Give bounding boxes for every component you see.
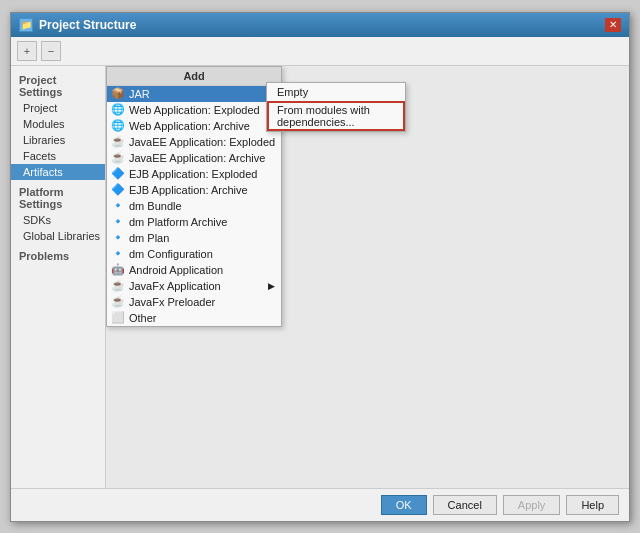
menu-item-dm-bundle[interactable]: 🔹 dm Bundle	[107, 198, 281, 214]
sidebar-item-sdks[interactable]: SDKs	[11, 212, 105, 228]
problems-title: Problems	[11, 244, 105, 264]
dm-bundle-icon: 🔹	[111, 199, 125, 213]
menu-item-web-archive-label: Web Application: Archive	[129, 120, 250, 132]
project-settings-title: Project Settings	[11, 70, 105, 100]
apply-button[interactable]: Apply	[503, 495, 561, 515]
web-archive-icon: 🌐	[111, 119, 125, 133]
menu-item-android[interactable]: 🤖 Android Application	[107, 262, 281, 278]
android-icon: 🤖	[111, 263, 125, 277]
ejb-archive-icon: 🔷	[111, 183, 125, 197]
menu-item-javafx-preloader[interactable]: ☕ JavaFx Preloader	[107, 294, 281, 310]
toolbar: + −	[11, 37, 629, 66]
submenu-item-from-modules[interactable]: From modules with dependencies...	[267, 101, 405, 131]
close-button[interactable]: ✕	[605, 18, 621, 32]
menu-item-ejb-archive[interactable]: 🔷 EJB Application: Archive	[107, 182, 281, 198]
menu-item-ejb-exploded-label: EJB Application: Exploded	[129, 168, 257, 180]
title-bar-left: 📁 Project Structure	[19, 18, 136, 32]
sidebar-item-modules[interactable]: Modules	[11, 116, 105, 132]
menu-item-android-label: Android Application	[129, 264, 223, 276]
dm-config-icon: 🔹	[111, 247, 125, 261]
menu-item-web-app-exploded[interactable]: 🌐 Web Application: Exploded	[107, 102, 281, 118]
dm-platform-icon: 🔹	[111, 215, 125, 229]
content-area: Project Settings Project Modules Librari…	[11, 66, 629, 488]
menu-item-other-label: Other	[129, 312, 157, 324]
menu-item-dm-config[interactable]: 🔹 dm Configuration	[107, 246, 281, 262]
menu-item-jar-label: JAR	[129, 88, 150, 100]
javafx-arrow: ▶	[268, 281, 275, 291]
window-body: + − Project Settings Project Modules Lib…	[11, 37, 629, 521]
sidebar-item-facets[interactable]: Facets	[11, 148, 105, 164]
submenu-item-empty[interactable]: Empty	[267, 83, 405, 101]
web-exploded-icon: 🌐	[111, 103, 125, 117]
menu-item-web-app-archive[interactable]: 🌐 Web Application: Archive	[107, 118, 281, 134]
sidebar-item-global-libraries[interactable]: Global Libraries	[11, 228, 105, 244]
menu-item-dm-plan[interactable]: 🔹 dm Plan	[107, 230, 281, 246]
add-menu-header: Add	[107, 67, 281, 86]
sidebar: Project Settings Project Modules Librari…	[11, 66, 106, 488]
project-structure-window: 📁 Project Structure ✕ + − Project Settin…	[10, 12, 630, 522]
title-bar: 📁 Project Structure ✕	[11, 13, 629, 37]
platform-settings-title: Platform Settings	[11, 180, 105, 212]
menu-item-javaee-archive-label: JavaEE Application: Archive	[129, 152, 265, 164]
ok-button[interactable]: OK	[381, 495, 427, 515]
window-title: Project Structure	[39, 18, 136, 32]
menu-item-javaee-exploded-label: JavaEE Application: Exploded	[129, 136, 275, 148]
menu-item-web-exploded-label: Web Application: Exploded	[129, 104, 260, 116]
javafx-app-icon: ☕	[111, 279, 125, 293]
menu-item-javaee-exploded[interactable]: ☕ JavaEE Application: Exploded	[107, 134, 281, 150]
menu-item-dm-bundle-label: dm Bundle	[129, 200, 182, 212]
sidebar-item-artifacts[interactable]: Artifacts	[11, 164, 105, 180]
dm-plan-icon: 🔹	[111, 231, 125, 245]
menu-item-ejb-exploded[interactable]: 🔷 EJB Application: Exploded	[107, 166, 281, 182]
main-panel: Add 📦 JAR ▶ 🌐 Web Application: Exploded …	[106, 66, 629, 488]
menu-item-jar[interactable]: 📦 JAR ▶	[107, 86, 281, 102]
javaee-archive-icon: ☕	[111, 151, 125, 165]
menu-item-ejb-archive-label: EJB Application: Archive	[129, 184, 248, 196]
menu-item-dm-config-label: dm Configuration	[129, 248, 213, 260]
menu-item-dm-platform[interactable]: 🔹 dm Platform Archive	[107, 214, 281, 230]
add-menu: Add 📦 JAR ▶ 🌐 Web Application: Exploded …	[106, 66, 282, 327]
remove-button[interactable]: −	[41, 41, 61, 61]
menu-item-dm-plan-label: dm Plan	[129, 232, 169, 244]
sidebar-item-libraries[interactable]: Libraries	[11, 132, 105, 148]
jar-icon: 📦	[111, 87, 125, 101]
ejb-exploded-icon: 🔷	[111, 167, 125, 181]
menu-item-other[interactable]: ⬜ Other	[107, 310, 281, 326]
add-button[interactable]: +	[17, 41, 37, 61]
menu-item-javaee-archive[interactable]: ☕ JavaEE Application: Archive	[107, 150, 281, 166]
help-button[interactable]: Help	[566, 495, 619, 515]
bottom-bar: OK Cancel Apply Help	[11, 488, 629, 521]
menu-item-dm-platform-label: dm Platform Archive	[129, 216, 227, 228]
javafx-preloader-icon: ☕	[111, 295, 125, 309]
menu-item-javafx-app[interactable]: ☕ JavaFx Application ▶	[107, 278, 281, 294]
window-icon: 📁	[19, 18, 33, 32]
other-icon: ⬜	[111, 311, 125, 325]
menu-item-javafx-preloader-label: JavaFx Preloader	[129, 296, 215, 308]
jar-submenu: Empty From modules with dependencies...	[266, 82, 406, 132]
javaee-exploded-icon: ☕	[111, 135, 125, 149]
cancel-button[interactable]: Cancel	[433, 495, 497, 515]
menu-item-javafx-app-label: JavaFx Application	[129, 280, 221, 292]
sidebar-item-project[interactable]: Project	[11, 100, 105, 116]
